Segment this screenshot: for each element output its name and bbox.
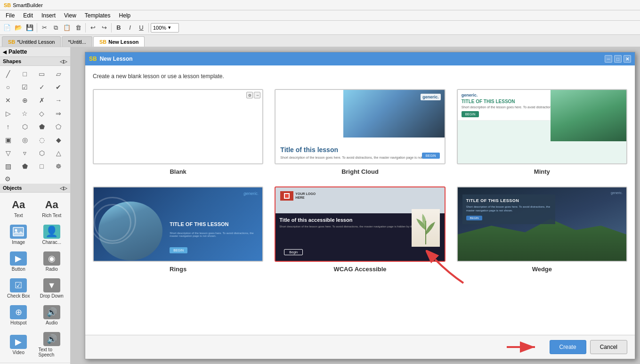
object-tts[interactable]: 🔊 Text to Speech [36, 330, 68, 360]
object-checkbox[interactable]: ☑ Check Box [3, 276, 34, 301]
object-dropdown[interactable]: ▼ Drop Down [36, 276, 68, 301]
menu-templates[interactable]: Templates [81, 11, 114, 20]
video-icon: ▶ [10, 335, 27, 349]
shape-line[interactable]: ╱ [2, 68, 14, 80]
shapes-label: Shapes [3, 58, 21, 64]
shape-check3[interactable]: ✔ [52, 81, 65, 93]
palette-header[interactable]: ◀ Palette [0, 47, 70, 57]
shape-circle[interactable]: ○ [2, 81, 14, 93]
object-hotspot[interactable]: ⊕ Hotspot [3, 303, 34, 328]
object-dropdown-label: Drop Down [40, 293, 64, 299]
template-minty[interactable]: generic. TITLE OF THIS LESSON Short desc… [457, 89, 627, 175]
shape-tri-d2[interactable]: ▿ [19, 147, 31, 159]
shape-diamond[interactable]: ◇ [36, 107, 48, 120]
shape-hex2[interactable]: ⬡ [36, 147, 48, 159]
modal-minimize-btn[interactable]: ─ [605, 55, 612, 63]
tab-new-lesson[interactable]: SB New Lesson [93, 36, 145, 47]
object-richtext[interactable]: Aa Rich Text [36, 195, 68, 220]
template-blank[interactable]: ⊙ → Blank [93, 89, 263, 175]
object-image[interactable]: Image [3, 222, 34, 247]
shape-up[interactable]: ↑ [2, 121, 14, 133]
shapes-grid: ╱ □ ▭ ▱ ○ ☑ ✓ ✔ ✕ ⊕ ✗ → ▷ ☆ ◇ ⇒ ↑ ⬡ ⬟ ⬠ … [0, 66, 70, 174]
tab-untitled-lesson[interactable]: SB *Untitled Lesson [2, 36, 61, 47]
shape-oct[interactable]: ⬠ [52, 121, 65, 133]
shape-grid[interactable]: ▣ [2, 134, 14, 146]
template-wcag[interactable]: YOUR LOGO HERE Title of this accessible … [275, 186, 445, 273]
template-wcag-thumb[interactable]: YOUR LOGO HERE Title of this accessible … [275, 186, 445, 262]
dialog-area: SB New Lesson ─ □ ✕ Create a new blank l… [71, 47, 640, 364]
shapes-expand-icon[interactable]: ◁▷ [60, 59, 67, 64]
menu-insert[interactable]: Insert [38, 11, 59, 20]
menu-file[interactable]: File [2, 11, 18, 20]
template-wedge[interactable]: generic. TITLE OF THIS LESSON Short desc… [457, 186, 627, 273]
shape-x1[interactable]: ✕ [2, 94, 14, 106]
new-btn[interactable]: 📄 [2, 23, 12, 33]
object-button[interactable]: ▶ Button [3, 249, 34, 274]
objects-expand-icon[interactable]: ◁▷ [60, 186, 67, 191]
shape-arrow-r[interactable]: → [52, 94, 65, 106]
shape-sq2[interactable]: □ [36, 160, 48, 172]
main-layout: ◀ Palette Shapes ◁▷ ╱ □ ▭ ▱ ○ ☑ ✓ ✔ ✕ ⊕ … [0, 47, 640, 364]
shape-x2[interactable]: ✗ [36, 94, 48, 106]
delete-btn[interactable]: 🗑 [73, 23, 83, 33]
bc-title-area: Title of this lesson Short description o… [275, 142, 444, 163]
italic-btn[interactable]: I [125, 23, 135, 33]
tab-untitled-2[interactable]: *Untitl... [62, 36, 92, 47]
objects-section-header[interactable]: Objects ◁▷ [0, 184, 70, 193]
undo-btn[interactable]: ↩ [88, 23, 98, 33]
shape-p2[interactable]: ⬟ [19, 160, 31, 172]
cancel-button[interactable]: Cancel [590, 340, 627, 354]
menu-edit[interactable]: Edit [19, 11, 37, 20]
shape-check2[interactable]: ✓ [36, 81, 48, 93]
shape-cross[interactable]: ⊕ [19, 94, 31, 106]
shape-fill[interactable]: ◆ [52, 134, 65, 146]
zoom-dropdown[interactable]: 100% ▾ [151, 23, 179, 32]
modal-close-btn[interactable]: ✕ [624, 55, 631, 63]
underline-btn[interactable]: U [136, 23, 146, 33]
settings-icon[interactable]: ⚙ [2, 175, 13, 183]
open-btn[interactable]: 📂 [13, 23, 24, 33]
object-video[interactable]: ▶ Video [3, 330, 34, 360]
shape-tri-u[interactable]: △ [52, 147, 65, 159]
template-rings[interactable]: generic. TITLE OF THIS LESSON Short desc… [93, 186, 263, 273]
shape-tri-d[interactable]: ▽ [2, 147, 14, 159]
menu-help[interactable]: Help [115, 11, 135, 20]
object-radio[interactable]: ◉ Radio [36, 249, 68, 274]
minty-begin-btn: BEGIN [462, 111, 479, 117]
shape-arrow2[interactable]: ⇒ [52, 107, 65, 120]
object-text[interactable]: Aa Text [3, 195, 34, 220]
create-button[interactable]: Create [550, 340, 586, 354]
shape-rect[interactable]: ▭ [36, 68, 48, 80]
object-character[interactable]: 👤 Charac... [36, 222, 68, 247]
bold-btn[interactable]: B [113, 23, 124, 33]
shape-circ2[interactable]: ◎ [19, 134, 31, 146]
bc-begin-btn: BEGIN [422, 153, 440, 159]
shape-gear[interactable]: ☸ [52, 160, 65, 172]
shape-square[interactable]: □ [19, 68, 31, 80]
audio-icon: 🔊 [43, 305, 60, 319]
shape-hex[interactable]: ⬡ [19, 121, 31, 133]
template-blank-thumb: ⊙ → [93, 89, 263, 164]
shape-ring[interactable]: ◌ [36, 134, 48, 146]
modal-maximize-btn[interactable]: □ [614, 55, 622, 63]
paste-btn[interactable]: 📋 [62, 23, 72, 33]
palette-toggle[interactable]: ◀ [3, 49, 7, 55]
shape-rounded[interactable]: ▱ [52, 68, 65, 80]
redo-btn[interactable]: ↪ [99, 23, 109, 33]
shape-hash[interactable]: ▨ [2, 160, 14, 172]
shapes-section-header[interactable]: Shapes ◁▷ [0, 57, 70, 66]
shape-star[interactable]: ☆ [19, 107, 31, 120]
object-character-label: Charac... [42, 240, 61, 245]
shape-pent[interactable]: ⬟ [36, 121, 48, 133]
cut-btn[interactable]: ✂ [39, 23, 49, 33]
copy-btn[interactable]: ⧉ [50, 23, 61, 33]
menu-view[interactable]: View [60, 11, 80, 20]
shape-check1[interactable]: ☑ [19, 81, 31, 93]
shape-play[interactable]: ▷ [2, 107, 14, 120]
object-video-label: Video [13, 350, 24, 355]
rings-title: TITLE OF THIS LESSON [170, 221, 254, 227]
toolbar: 📄 📂 💾 ✂ ⧉ 📋 🗑 ↩ ↪ B I U 100% ▾ [0, 21, 640, 35]
object-audio[interactable]: 🔊 Audio [36, 303, 68, 328]
template-bright-cloud[interactable]: generic. Title of this lesson Short desc… [275, 89, 445, 175]
save-btn[interactable]: 💾 [24, 23, 35, 33]
